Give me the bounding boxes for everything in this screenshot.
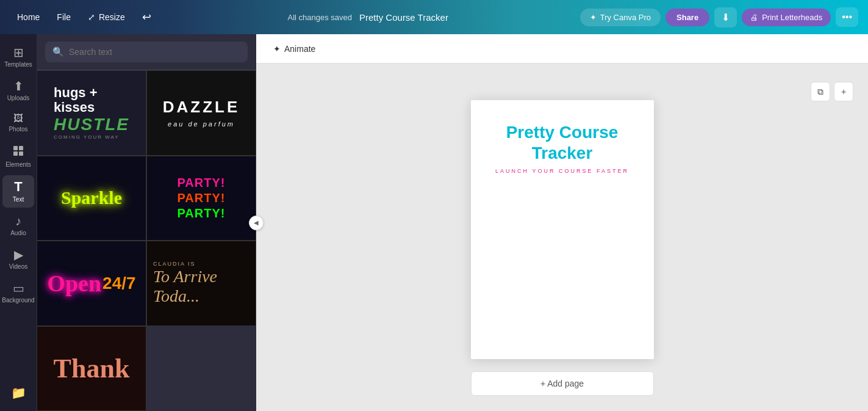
sub-toolbar: ✦ Animate <box>256 34 868 64</box>
home-button[interactable]: Home <box>10 9 47 26</box>
party-line1: PARTY! <box>178 176 226 190</box>
sidebar-item-audio[interactable]: ♪ Audio <box>2 210 34 241</box>
sidebar-item-uploads[interactable]: ⬆ Uploads <box>2 75 34 106</box>
tile-hugs-kisses[interactable]: hugs +kisses HUSTLE COMING YOUR WAY <box>37 70 146 156</box>
animate-icon: ✦ <box>273 44 281 54</box>
photos-icon: 🖼 <box>13 114 23 123</box>
download-button[interactable]: ⬇ <box>714 7 737 27</box>
document-title[interactable]: Pretty Course Tracker <box>352 10 456 25</box>
resize-button[interactable]: ⤢ Resize <box>81 9 132 26</box>
print-letterheads-button[interactable]: 🖨 Print Letterheads <box>742 9 831 26</box>
canvas-area: ✦ Animate ⧉ + Pretty Course Tracker LAUN… <box>256 34 868 411</box>
left-sidebar: ⊞ Templates ⬆ Uploads 🖼 Photos Elements … <box>0 34 37 411</box>
copy-icon: ⧉ <box>817 87 823 97</box>
tile-thank[interactable]: Thank <box>37 326 146 412</box>
sidebar-item-label: Videos <box>9 263 27 270</box>
templates-icon: ⊞ <box>13 46 24 59</box>
svg-rect-2 <box>13 151 18 156</box>
text-icon: T <box>14 180 22 194</box>
hustle-text: HUSTLE <box>54 115 129 134</box>
svg-rect-1 <box>19 146 23 150</box>
page-title: Pretty Course Tracker <box>506 122 619 163</box>
sidebar-item-label: Photos <box>9 126 27 133</box>
star-icon: ✦ <box>590 13 597 22</box>
parfum-text: eau de parfum <box>168 120 235 128</box>
more-options-button[interactable]: ••• <box>836 7 858 27</box>
ellipsis-icon: ••• <box>842 12 852 22</box>
sidebar-item-label: Text <box>13 196 24 203</box>
hugs-text: hugs +kisses <box>54 85 129 115</box>
elements-icon <box>12 145 24 159</box>
canvas-wrapper: Pretty Course Tracker LAUNCH YOUR COURSE… <box>471 100 654 359</box>
claudia-name: CLAUDIA IS <box>153 261 196 267</box>
try-canva-pro-button[interactable]: ✦ Try Canva Pro <box>580 9 661 26</box>
toolbar-center: All changes saved Pretty Course Tracker <box>166 10 573 25</box>
tile-party[interactable]: PARTY! PARTY! PARTY! <box>146 156 256 241</box>
tile-claudia[interactable]: CLAUDIA IS To Arrive Toda... <box>146 241 256 326</box>
svg-rect-3 <box>19 151 23 156</box>
search-input-wrap[interactable]: 🔍 <box>45 42 248 62</box>
sidebar-item-label: Background <box>2 297 34 304</box>
uploads-icon: ⬆ <box>13 80 24 92</box>
open-number: 24/7 <box>102 274 136 293</box>
add-tool-button[interactable]: + <box>834 82 853 101</box>
toolbar-right: ✦ Try Canva Pro Share ⬇ 🖨 Print Letterhe… <box>580 7 858 27</box>
search-input[interactable] <box>69 47 240 57</box>
share-button[interactable]: Share <box>665 9 709 26</box>
search-icon: 🔍 <box>52 46 64 57</box>
search-bar: 🔍 <box>37 34 256 70</box>
sidebar-item-elements[interactable]: Elements <box>2 140 34 173</box>
background-icon: ▭ <box>13 282 24 294</box>
party-line3: PARTY! <box>178 206 226 220</box>
copy-tool-button[interactable]: ⧉ <box>811 82 830 101</box>
sidebar-item-label: Audio <box>10 230 26 236</box>
page-canvas[interactable]: Pretty Course Tracker LAUNCH YOUR COURSE… <box>471 100 654 359</box>
sidebar-item-videos[interactable]: ▶ Videos <box>2 244 34 275</box>
tile-open[interactable]: Open 24/7 <box>37 241 146 326</box>
sidebar-item-label: Elements <box>5 161 31 168</box>
coming-text: COMING YOUR WAY <box>54 134 129 140</box>
svg-rect-0 <box>13 146 18 150</box>
sidebar-item-text[interactable]: T Text <box>2 175 34 208</box>
sidebar-item-projects[interactable]: 📁 <box>2 382 34 404</box>
audio-icon: ♪ <box>15 215 21 227</box>
dazzle-text: DAZZLE <box>163 98 240 117</box>
chevron-left-icon: ◀ <box>254 219 259 226</box>
folder-icon: 📁 <box>11 387 26 399</box>
sidebar-item-label: Uploads <box>7 95 30 101</box>
print-icon: 🖨 <box>750 13 758 22</box>
videos-icon: ▶ <box>14 249 23 261</box>
tile-content: hugs +kisses HUSTLE COMING YOUR WAY <box>54 85 129 140</box>
top-toolbar: Home File ⤢ Resize ↩ All changes saved P… <box>0 0 868 34</box>
hide-panel-button[interactable]: ◀ <box>249 216 264 230</box>
animate-button[interactable]: ✦ Animate <box>266 40 323 57</box>
sparkle-text: Sparkle <box>61 187 122 208</box>
toolbar-left: Home File ⤢ Resize ↩ <box>10 7 159 27</box>
sidebar-item-templates[interactable]: ⊞ Templates <box>2 42 34 73</box>
tiles-grid: hugs +kisses HUSTLE COMING YOUR WAY DAZZ… <box>37 70 256 411</box>
open-text: Open <box>47 270 101 297</box>
resize-icon: ⤢ <box>88 12 95 22</box>
text-panel: 🔍 hugs +kisses HUSTLE COMING YOUR WAY DA… <box>37 34 256 411</box>
thank-text: Thank <box>54 353 130 384</box>
claudia-script: To Arrive Toda... <box>153 267 249 306</box>
sidebar-item-background[interactable]: ▭ Background <box>2 277 34 308</box>
sidebar-item-photos[interactable]: 🖼 Photos <box>2 109 34 137</box>
canvas-tools: ⧉ + <box>811 82 853 101</box>
undo-button[interactable]: ↩ <box>135 7 159 27</box>
changes-saved-label: All changes saved <box>288 13 353 22</box>
download-icon: ⬇ <box>722 12 730 23</box>
add-page-button[interactable]: + Add page <box>471 371 654 396</box>
sidebar-item-label: Templates <box>4 61 32 68</box>
file-button[interactable]: File <box>49 9 78 26</box>
tile-sparkle[interactable]: Sparkle <box>37 156 146 241</box>
page-subtitle: LAUNCH YOUR COURSE FASTER <box>495 168 629 174</box>
tile-dazzle[interactable]: DAZZLE eau de parfum <box>146 70 256 156</box>
plus-icon: + <box>841 87 846 96</box>
party-line2: PARTY! <box>178 191 226 205</box>
